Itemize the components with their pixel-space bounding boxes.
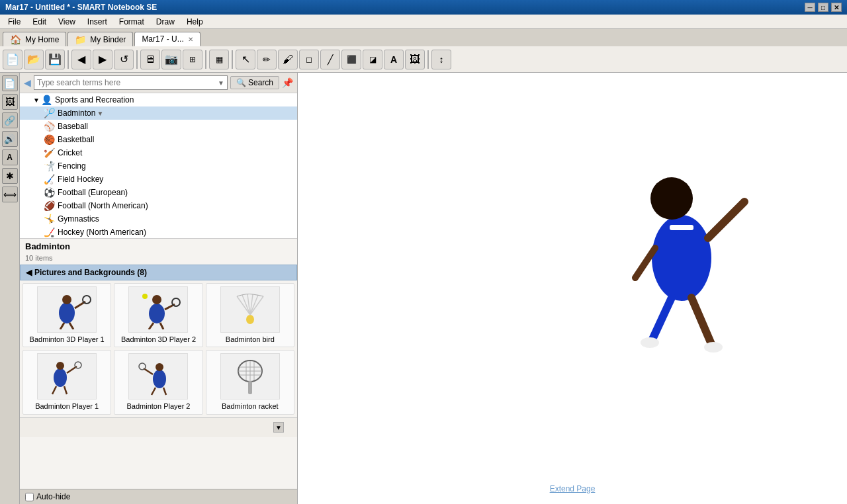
svg-line-43 — [708, 202, 744, 238]
line-button[interactable]: ╱ — [320, 50, 340, 69]
titlebar: Mar17 - Untitled * - SMART Notebook SE ─… — [0, 0, 847, 15]
menu-help[interactable]: Help — [181, 16, 208, 28]
side-page-icon[interactable]: 📄 — [2, 75, 18, 91]
tab-home-label: My Home — [25, 35, 59, 44]
forward-button[interactable]: ▶ — [93, 50, 112, 69]
extend-page-link[interactable]: Extend Page — [550, 484, 596, 493]
menu-file[interactable]: File — [3, 16, 26, 28]
gallery-item-4[interactable]: Badminton Player 2 — [114, 350, 202, 414]
tab-doc[interactable]: Mar17 - U... ✕ — [134, 32, 200, 46]
select-button[interactable]: ↖ — [236, 50, 255, 69]
svg-point-20 — [54, 368, 67, 387]
display-button[interactable]: 🖥 — [140, 50, 160, 69]
gallery-thumb-4 — [128, 353, 188, 399]
search-dropdown-icon[interactable]: ▼ — [218, 79, 224, 87]
tab-close-icon[interactable]: ✕ — [188, 36, 193, 43]
menu-view[interactable]: View — [53, 16, 81, 28]
tree-item-fieldhockey[interactable]: 🏑 Field Hockey — [20, 173, 297, 186]
menu-format[interactable]: Format — [114, 16, 150, 28]
menu-edit[interactable]: Edit — [27, 16, 52, 28]
side-sound-icon[interactable]: 🔊 — [2, 131, 18, 147]
text-button[interactable]: A — [384, 50, 404, 69]
canvas-player-svg — [615, 139, 768, 364]
back-button[interactable]: ◀ — [71, 50, 91, 69]
tree-root[interactable]: ▼ 👤 Sports and Recreation — [20, 93, 297, 106]
search-magnifier-icon: 🔍 — [236, 78, 246, 87]
search-input-container: ▼ — [34, 75, 228, 90]
image-button[interactable]: 🖼 — [405, 50, 425, 69]
gallery-section-header[interactable]: ◀ Pictures and Backgrounds (8) — [20, 265, 297, 280]
tree-item-label-1: Baseball — [58, 122, 88, 131]
maximize-button[interactable]: □ — [818, 3, 828, 12]
tree-item-football-na[interactable]: 🏈 Football (North American) — [20, 199, 297, 212]
resize-button[interactable]: ⊞ — [183, 50, 202, 69]
tree-item-label-2: Basketball — [58, 135, 94, 144]
refresh-button[interactable]: ↺ — [114, 50, 134, 69]
side-tool-icon[interactable]: ✱ — [2, 168, 18, 184]
tree-item-badminton[interactable]: 🏸 Badminton ▼ — [20, 106, 297, 120]
gallery-more-dropdown[interactable]: ▼ — [273, 422, 284, 433]
open-button[interactable]: 📂 — [24, 50, 44, 69]
new-button[interactable]: 📄 — [3, 50, 22, 69]
svg-point-6 — [149, 304, 165, 323]
tree-item-dropdown-0[interactable]: ▼ — [97, 110, 103, 117]
tree-item-icon-7: 🏈 — [44, 200, 55, 211]
save-button[interactable]: 💾 — [45, 50, 65, 69]
gallery-item-1[interactable]: Badminton 3D Player 2 — [114, 283, 202, 347]
pen-button[interactable]: ✏ — [257, 50, 277, 69]
search-button[interactable]: 🔍 Search — [230, 76, 279, 89]
tree-item-icon-0: 🏸 — [44, 108, 55, 118]
fill-button[interactable]: ◪ — [363, 50, 382, 69]
svg-line-46 — [652, 298, 672, 341]
tree-item-label-3: Cricket — [58, 148, 82, 157]
tree-item-label-9: Hockey (North American) — [58, 228, 146, 237]
gallery-item-0[interactable]: Badminton 3D Player 1 — [22, 283, 111, 347]
gallery-item-3[interactable]: Badminton Player 1 — [22, 350, 111, 414]
autohide-checkbox[interactable] — [25, 493, 34, 501]
tree-item-gymnastics[interactable]: 🤸 Gymnastics — [20, 212, 297, 226]
tree-root-expand[interactable]: ▼ — [33, 97, 41, 104]
search-back-icon[interactable]: ◀ — [24, 77, 31, 88]
toolbar-sep-3 — [205, 50, 206, 69]
canvas-area[interactable]: Extend Page — [298, 73, 847, 504]
tree-item-hockey-na[interactable]: 🏒 Hockey (North American) — [20, 226, 297, 239]
gallery-thumb-0 — [37, 286, 97, 333]
toolbar: 📄 📂 💾 ◀ ▶ ↺ 🖥 📷 ⊞ ▦ ↖ ✏ 🖌 ◻ ╱ ⬛ ◪ A 🖼 ↕ — [0, 46, 847, 73]
updown-button[interactable]: ↕ — [431, 50, 451, 69]
gallery-label-0: Badminton 3D Player 1 — [30, 335, 105, 344]
side-image-icon[interactable]: 🖼 — [2, 94, 18, 110]
tree-item-fencing[interactable]: 🤺 Fencing — [20, 159, 297, 173]
close-button[interactable]: ✕ — [831, 3, 842, 12]
eraser-button[interactable]: ◻ — [299, 50, 319, 69]
tree-panel: ▼ 👤 Sports and Recreation 🏸 Badminton ▼ … — [20, 93, 297, 239]
search-pin-icon[interactable]: 📌 — [282, 77, 293, 88]
gallery-item-5[interactable]: Badminton racket — [206, 350, 294, 414]
highlight-button[interactable]: 🖌 — [278, 50, 298, 69]
side-arrows-icon[interactable]: ⟺ — [2, 187, 18, 202]
search-input[interactable] — [37, 78, 218, 87]
tab-home[interactable]: 🏠 My Home — [3, 32, 66, 46]
gallery-thumb-1 — [128, 286, 188, 333]
side-text-icon[interactable]: A — [2, 149, 18, 165]
toolbar-sep-2 — [136, 50, 138, 69]
section-collapse-icon[interactable]: ◀ — [26, 268, 32, 277]
menu-insert[interactable]: Insert — [82, 16, 112, 28]
tree-item-icon-9: 🏒 — [44, 227, 55, 237]
menu-draw[interactable]: Draw — [151, 16, 180, 28]
svg-point-21 — [56, 362, 64, 370]
gallery-thumb-2 — [220, 286, 280, 333]
camera-button[interactable]: 📷 — [161, 50, 181, 69]
minimize-button[interactable]: ─ — [805, 3, 815, 12]
tree-item-basketball[interactable]: 🏀 Basketball — [20, 133, 297, 146]
svg-point-48 — [641, 337, 659, 348]
tab-binder[interactable]: 📁 My Binder — [67, 32, 133, 46]
tree-item-football-eu[interactable]: ⚽ Football (European) — [20, 186, 297, 199]
gallery-item-2[interactable]: Badminton bird — [206, 283, 294, 347]
side-link-icon[interactable]: 🔗 — [2, 112, 18, 128]
tree-item-baseball[interactable]: ⚾ Baseball — [20, 120, 297, 133]
table-button[interactable]: ▦ — [209, 50, 229, 69]
titlebar-title: Mar17 - Untitled * - SMART Notebook SE — [5, 3, 157, 12]
tree-item-cricket[interactable]: 🏏 Cricket — [20, 146, 297, 159]
shape-button[interactable]: ⬛ — [341, 50, 361, 69]
tab-doc-label: Mar17 - U... — [142, 34, 183, 44]
